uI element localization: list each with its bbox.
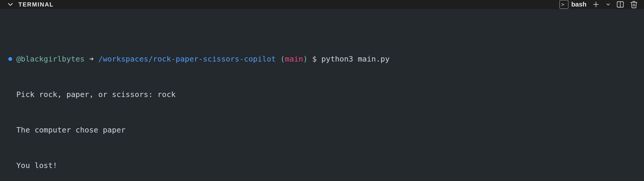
prompt-paren-close: ) — [303, 53, 307, 65]
active-shell[interactable]: > bash — [559, 0, 586, 9]
terminal-header-right: > bash — [559, 0, 638, 9]
terminal-header-left: TERMINAL — [7, 1, 54, 8]
output-line: You lost! — [8, 159, 636, 171]
prompt-path: /workspaces/rock-paper-scissors-copilot — [98, 53, 276, 65]
output-line: Pick rock, paper, or scissors: rock — [8, 88, 636, 100]
new-terminal-button[interactable] — [592, 0, 600, 9]
output-line: The computer chose paper — [8, 124, 636, 136]
terminal-panel: TERMINAL > bash @blackgirlbytes — [0, 0, 644, 181]
chevron-down-icon[interactable] — [7, 1, 14, 8]
shell-name: bash — [571, 1, 586, 8]
prompt-symbol: $ — [312, 53, 317, 65]
split-terminal-button[interactable] — [616, 0, 624, 9]
launch-profile-dropdown-icon[interactable] — [605, 2, 611, 7]
kill-terminal-button[interactable] — [630, 0, 638, 9]
prompt-branch: main — [285, 53, 303, 65]
panel-title[interactable]: TERMINAL — [18, 1, 54, 8]
prompt-paren-open: ( — [280, 53, 285, 65]
terminal-content[interactable]: @blackgirlbytes ➜ /workspaces/rock-paper… — [0, 9, 644, 181]
prompt-arrow: ➜ — [89, 53, 94, 65]
status-dot-icon — [8, 57, 12, 61]
terminal-header: TERMINAL > bash — [0, 0, 644, 9]
terminal-shell-icon: > — [559, 0, 568, 9]
command-text: python3 main.py — [321, 53, 390, 65]
prompt-user: @blackgirlbytes — [16, 53, 85, 65]
prompt-line: @blackgirlbytes ➜ /workspaces/rock-paper… — [8, 53, 636, 65]
